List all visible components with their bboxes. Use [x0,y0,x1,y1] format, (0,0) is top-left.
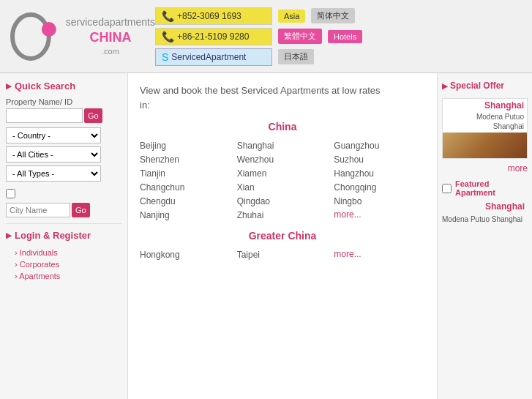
greater-china-title: Greater China [140,230,425,242]
city-beijing[interactable]: Beijing [140,140,231,152]
right-sidebar: ▶ Special Offer Shanghai Modena Putuo Sh… [437,73,532,399]
skype-box: S ServicedApartment [155,48,272,66]
featured-apt-name: Modena Putuo Shanghai [442,213,528,225]
type-select[interactable]: - All Types - [6,165,101,182]
featured-checkbox[interactable] [442,184,452,193]
city-guangzhou[interactable]: Guangzhou [334,140,425,152]
property-search-input[interactable] [6,108,83,123]
special-offer-card: Shanghai Modena Putuo Shanghai [442,98,528,159]
header-right: 📞 +852-3069 1693 Asia 简体中文 📞 +86-21-5109… [155,7,523,66]
city-go-button[interactable]: Go [72,203,90,217]
lang-ja-button[interactable]: 日本語 [278,49,314,64]
logo-area: servicedapartments CHINA .com [9,11,155,62]
main-content: ▶ Quick Search Property Name/ ID Go - Co… [0,73,532,399]
contact-row-3: S ServicedApartment 日本語 [155,48,523,66]
lang-zh-tw-button[interactable]: 繁體中文 [278,29,322,44]
city-suzhou[interactable]: Suzhou [334,154,425,165]
option-checkbox[interactable] [6,189,15,198]
login-section: ▶ Login & Register Individuals Corporate… [6,230,121,282]
lang-zh-cn-button[interactable]: 简体中文 [311,8,355,23]
china-more[interactable]: more... [334,209,425,221]
brand-serviced: serviced [66,16,104,28]
city-name-input[interactable] [6,203,70,217]
brand-text: servicedapartments CHINA .com [66,15,155,56]
quick-search-title: ▶ Quick Search [6,81,121,92]
brand-com: .com [66,46,155,56]
city-changchun[interactable]: Changchun [140,182,231,193]
phone-number-2: +86-21-5109 9280 [177,31,249,42]
logo-icon [9,11,60,62]
featured-city[interactable]: Shanghai [442,200,528,213]
lang-asia-button[interactable]: Asia [278,10,305,23]
city-wenzhou[interactable]: Wenzhou [237,154,329,165]
apt-city[interactable]: Shanghai [443,99,527,112]
login-arrow: ▶ [6,231,12,239]
city-zhuhai[interactable]: Zhuhai [237,209,329,221]
city-shenzhen[interactable]: Shenzhen [140,154,231,165]
city-xian[interactable]: Xian [237,182,329,193]
skype-icon: S [162,51,168,63]
special-offer-title: ▶ Special Offer [442,81,528,91]
greater-china-more[interactable]: more... [334,249,425,261]
hotels-button[interactable]: Hotels [328,30,362,43]
city-nanjing[interactable]: Nanjing [140,209,231,221]
login-apartments[interactable]: Apartments [6,270,121,282]
login-corporates[interactable]: Corporates [6,258,121,270]
brand-apartments: apartments [104,16,155,28]
quick-search-arrow: ▶ [6,82,12,90]
more-link[interactable]: more [442,163,528,174]
apt-name: Modena Putuo Shanghai [443,112,527,133]
header: servicedapartments CHINA .com 📞 +852-306… [0,0,532,73]
checkbox-row [6,189,121,198]
city-name-row: Go [6,203,121,217]
greater-china-cities: Hongkong Taipei more... [140,249,425,261]
sidebar-divider [6,223,121,224]
svg-point-1 [42,22,56,37]
svg-point-0 [12,15,49,59]
city-shanghai[interactable]: Shanghai [237,140,329,152]
featured-title: Featured Apartment [442,179,528,197]
city-taipei[interactable]: Taipei [237,249,329,261]
city-xiamen[interactable]: Xiamen [237,168,329,179]
city-select[interactable]: - All Cities - [6,146,101,163]
phone-box-1: 📞 +852-3069 1693 [155,7,272,25]
center-content: View and book the best Serviced Apartmen… [128,73,437,399]
skype-id: ServicedApartment [171,52,246,62]
apt-image [443,133,527,158]
city-tianjin[interactable]: Tianjin [140,168,231,179]
property-label: Property Name/ ID [6,97,121,106]
contact-row-2: 📞 +86-21-5109 9280 繁體中文 Hotels [155,28,523,45]
phone-number-1: +852-3069 1693 [177,11,241,21]
brand-china: CHINA [66,29,155,46]
china-cities-grid: Beijing Shanghai Guangzhou Shenzhen Wenz… [140,140,425,221]
city-chengdu[interactable]: Chengdu [140,195,231,207]
login-title: ▶ Login & Register [6,230,121,241]
property-go-button[interactable]: Go [84,108,102,123]
city-hongkong[interactable]: Hongkong [140,249,231,261]
property-search-row: Go [6,108,121,123]
city-hangzhou[interactable]: Hangzhou [334,168,425,179]
left-sidebar: ▶ Quick Search Property Name/ ID Go - Co… [0,73,128,399]
china-title: China [140,121,425,133]
special-offer-arrow: ▶ [442,82,448,90]
contact-row-1: 📞 +852-3069 1693 Asia 简体中文 [155,7,523,25]
intro-text: View and book the best Serviced Apartmen… [140,83,389,112]
phone-icon-1: 📞 [162,10,174,22]
city-qingdao[interactable]: Qingdao [237,195,329,207]
login-individuals[interactable]: Individuals [6,247,121,258]
phone-box-2: 📞 +86-21-5109 9280 [155,28,272,45]
phone-icon-2: 📞 [162,31,174,42]
city-chongqing[interactable]: Chongqing [334,182,425,193]
greater-china-section: Greater China Hongkong Taipei more... [140,230,425,261]
city-ningbo[interactable]: Ningbo [334,195,425,207]
country-select[interactable]: - Country - [6,127,101,143]
